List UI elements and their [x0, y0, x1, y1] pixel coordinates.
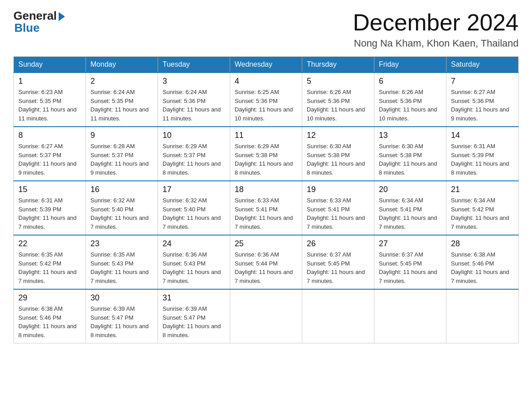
- sunset-label: Sunset: 5:36 PM: [451, 98, 494, 104]
- sunrise-label: Sunrise: 6:39 AM: [90, 305, 135, 312]
- daylight-label: Daylight: 11 hours and 9 minutes.: [18, 160, 77, 176]
- page-header: General Blue December 2024 Nong Na Kham,…: [13, 9, 519, 49]
- day-number: 10: [163, 131, 225, 140]
- calendar-day-cell: 28 Sunrise: 6:38 AM Sunset: 5:46 PM Dayl…: [446, 235, 519, 289]
- calendar-header-monday: Monday: [86, 57, 158, 73]
- daylight-label: Daylight: 11 hours and 11 minutes.: [18, 106, 77, 122]
- calendar-day-cell: 19 Sunrise: 6:33 AM Sunset: 5:41 PM Dayl…: [302, 181, 374, 235]
- daylight-label: Daylight: 11 hours and 7 minutes.: [163, 214, 221, 230]
- day-info: Sunrise: 6:34 AM Sunset: 5:41 PM Dayligh…: [379, 196, 442, 231]
- daylight-label: Daylight: 11 hours and 10 minutes.: [235, 106, 293, 122]
- sunrise-label: Sunrise: 6:28 AM: [90, 143, 135, 150]
- daylight-label: Daylight: 11 hours and 7 minutes.: [235, 214, 293, 230]
- calendar-day-cell: 14 Sunrise: 6:31 AM Sunset: 5:39 PM Dayl…: [446, 127, 519, 181]
- day-info: Sunrise: 6:32 AM Sunset: 5:40 PM Dayligh…: [163, 196, 225, 231]
- calendar-table: SundayMondayTuesdayWednesdayThursdayFrid…: [13, 56, 519, 343]
- sunset-label: Sunset: 5:41 PM: [307, 206, 350, 213]
- sunset-label: Sunset: 5:36 PM: [235, 98, 278, 104]
- sunrise-label: Sunrise: 6:31 AM: [451, 143, 495, 150]
- day-info: Sunrise: 6:33 AM Sunset: 5:41 PM Dayligh…: [307, 196, 369, 231]
- sunset-label: Sunset: 5:36 PM: [163, 98, 206, 104]
- day-info: Sunrise: 6:29 AM Sunset: 5:37 PM Dayligh…: [163, 142, 225, 177]
- location-title: Nong Na Kham, Khon Kaen, Thailand: [353, 38, 519, 49]
- sunset-label: Sunset: 5:36 PM: [307, 98, 350, 104]
- daylight-label: Daylight: 11 hours and 8 minutes.: [163, 323, 221, 338]
- daylight-label: Daylight: 11 hours and 10 minutes.: [307, 106, 365, 122]
- sunrise-label: Sunrise: 6:35 AM: [90, 251, 135, 258]
- daylight-label: Daylight: 11 hours and 10 minutes.: [379, 106, 437, 122]
- day-number: 6: [379, 77, 442, 86]
- calendar-day-cell: 16 Sunrise: 6:32 AM Sunset: 5:40 PM Dayl…: [86, 181, 158, 235]
- day-info: Sunrise: 6:26 AM Sunset: 5:36 PM Dayligh…: [307, 88, 369, 123]
- calendar-day-cell: [446, 289, 519, 343]
- day-number: 22: [18, 239, 81, 248]
- day-number: 24: [163, 239, 225, 248]
- calendar-week-row: 15 Sunrise: 6:31 AM Sunset: 5:39 PM Dayl…: [14, 181, 519, 235]
- day-number: 18: [235, 185, 297, 194]
- daylight-label: Daylight: 11 hours and 7 minutes.: [451, 214, 509, 230]
- sunset-label: Sunset: 5:43 PM: [90, 260, 133, 267]
- day-info: Sunrise: 6:36 AM Sunset: 5:43 PM Dayligh…: [163, 250, 225, 285]
- sunrise-label: Sunrise: 6:35 AM: [18, 251, 63, 258]
- title-block: December 2024 Nong Na Kham, Khon Kaen, T…: [353, 9, 519, 49]
- sunset-label: Sunset: 5:36 PM: [379, 98, 422, 104]
- sunset-label: Sunset: 5:43 PM: [163, 260, 206, 267]
- daylight-label: Daylight: 11 hours and 7 minutes.: [235, 269, 293, 284]
- calendar-day-cell: 17 Sunrise: 6:32 AM Sunset: 5:40 PM Dayl…: [158, 181, 230, 235]
- calendar-day-cell: 25 Sunrise: 6:36 AM Sunset: 5:44 PM Dayl…: [230, 235, 302, 289]
- sunrise-label: Sunrise: 6:27 AM: [451, 89, 495, 95]
- calendar-day-cell: [230, 289, 302, 343]
- logo-blue-text: Blue: [14, 21, 39, 35]
- daylight-label: Daylight: 11 hours and 8 minutes.: [235, 160, 293, 176]
- day-info: Sunrise: 6:38 AM Sunset: 5:46 PM Dayligh…: [18, 304, 81, 339]
- sunrise-label: Sunrise: 6:33 AM: [235, 197, 279, 204]
- sunset-label: Sunset: 5:37 PM: [90, 152, 133, 158]
- sunset-label: Sunset: 5:35 PM: [90, 98, 133, 104]
- sunset-label: Sunset: 5:47 PM: [90, 314, 133, 321]
- daylight-label: Daylight: 11 hours and 7 minutes.: [18, 214, 77, 230]
- calendar-day-cell: 15 Sunrise: 6:31 AM Sunset: 5:39 PM Dayl…: [14, 181, 86, 235]
- day-info: Sunrise: 6:24 AM Sunset: 5:36 PM Dayligh…: [163, 88, 225, 123]
- day-info: Sunrise: 6:30 AM Sunset: 5:38 PM Dayligh…: [307, 142, 369, 177]
- day-number: 30: [90, 293, 153, 303]
- calendar-day-cell: [374, 289, 446, 343]
- daylight-label: Daylight: 11 hours and 8 minutes.: [90, 323, 149, 338]
- sunrise-label: Sunrise: 6:39 AM: [163, 305, 207, 312]
- day-number: 14: [451, 131, 514, 140]
- calendar-day-cell: 9 Sunrise: 6:28 AM Sunset: 5:37 PM Dayli…: [86, 127, 158, 181]
- day-info: Sunrise: 6:38 AM Sunset: 5:46 PM Dayligh…: [451, 250, 514, 285]
- daylight-label: Daylight: 11 hours and 8 minutes.: [18, 323, 77, 338]
- sunrise-label: Sunrise: 6:36 AM: [163, 251, 207, 258]
- calendar-day-cell: 27 Sunrise: 6:37 AM Sunset: 5:45 PM Dayl…: [374, 235, 446, 289]
- calendar-day-cell: 21 Sunrise: 6:34 AM Sunset: 5:42 PM Dayl…: [446, 181, 519, 235]
- calendar-day-cell: 2 Sunrise: 6:24 AM Sunset: 5:35 PM Dayli…: [86, 73, 158, 127]
- calendar-header-sunday: Sunday: [14, 57, 86, 73]
- sunset-label: Sunset: 5:35 PM: [18, 98, 61, 104]
- day-info: Sunrise: 6:31 AM Sunset: 5:39 PM Dayligh…: [451, 142, 514, 177]
- daylight-label: Daylight: 11 hours and 8 minutes.: [307, 160, 365, 176]
- calendar-week-row: 1 Sunrise: 6:23 AM Sunset: 5:35 PM Dayli…: [14, 73, 519, 127]
- daylight-label: Daylight: 11 hours and 7 minutes.: [379, 214, 437, 230]
- calendar-header-friday: Friday: [374, 57, 446, 73]
- calendar-day-cell: 5 Sunrise: 6:26 AM Sunset: 5:36 PM Dayli…: [302, 73, 374, 127]
- calendar-day-cell: 12 Sunrise: 6:30 AM Sunset: 5:38 PM Dayl…: [302, 127, 374, 181]
- sunset-label: Sunset: 5:42 PM: [18, 260, 61, 267]
- day-number: 11: [235, 131, 297, 140]
- day-number: 25: [235, 239, 297, 248]
- daylight-label: Daylight: 11 hours and 7 minutes.: [307, 269, 365, 284]
- day-number: 21: [451, 185, 514, 194]
- day-number: 29: [18, 293, 81, 303]
- daylight-label: Daylight: 11 hours and 7 minutes.: [379, 269, 437, 284]
- day-info: Sunrise: 6:28 AM Sunset: 5:37 PM Dayligh…: [90, 142, 153, 177]
- calendar-header-row: SundayMondayTuesdayWednesdayThursdayFrid…: [14, 57, 519, 73]
- sunset-label: Sunset: 5:46 PM: [451, 260, 494, 267]
- daylight-label: Daylight: 11 hours and 11 minutes.: [90, 106, 149, 122]
- calendar-day-cell: 11 Sunrise: 6:29 AM Sunset: 5:38 PM Dayl…: [230, 127, 302, 181]
- logo: General Blue: [13, 9, 65, 35]
- daylight-label: Daylight: 11 hours and 8 minutes.: [379, 160, 437, 176]
- daylight-label: Daylight: 11 hours and 11 minutes.: [163, 106, 221, 122]
- calendar-day-cell: 26 Sunrise: 6:37 AM Sunset: 5:45 PM Dayl…: [302, 235, 374, 289]
- day-info: Sunrise: 6:37 AM Sunset: 5:45 PM Dayligh…: [379, 250, 442, 285]
- calendar-day-cell: 20 Sunrise: 6:34 AM Sunset: 5:41 PM Dayl…: [374, 181, 446, 235]
- day-number: 16: [90, 185, 153, 194]
